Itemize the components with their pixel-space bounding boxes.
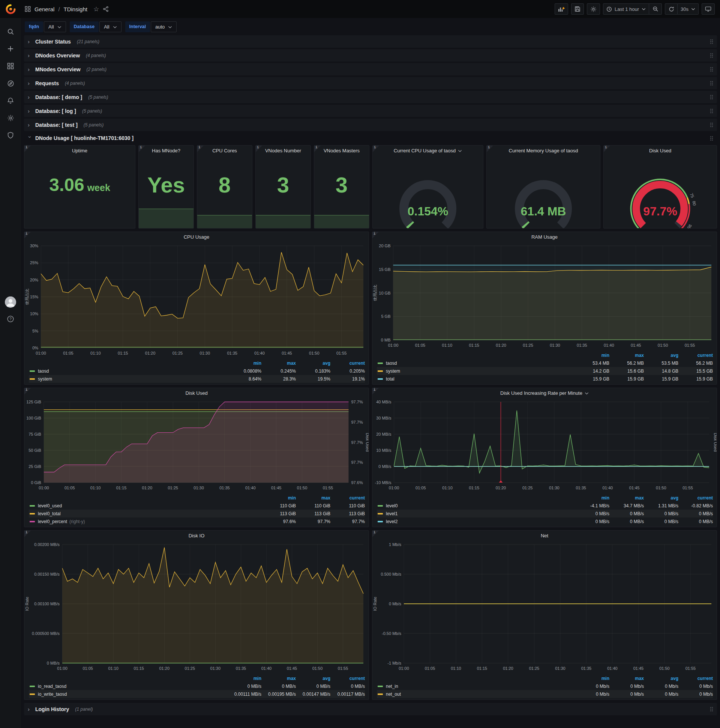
legend-column-current[interactable]: current	[678, 676, 713, 681]
cycle-view-button[interactable]	[702, 3, 715, 15]
chart-area[interactable]: 40 MB/s30 MB/s20 MB/s10 MB/s0 MB/s-10 MB…	[372, 398, 717, 494]
chart-area[interactable]: 0.00200 MB/s0.00150 MB/s0.00100 MB/s0.00…	[24, 541, 369, 674]
panel-info-icon[interactable]: i	[197, 145, 204, 152]
legend-column-max[interactable]: max	[261, 361, 296, 366]
chart-area[interactable]: 125 GiB100 GiB75 GiB50 GiB25 GiB0 GiB97.…	[24, 398, 369, 494]
panel-title[interactable]: CPU Usage	[24, 232, 369, 242]
legend-series-name[interactable]: net_out	[386, 691, 401, 697]
star-icon[interactable]: ☆	[93, 5, 99, 13]
panel-info-icon[interactable]: i	[487, 145, 493, 152]
legend-column-max[interactable]: max	[609, 676, 644, 681]
legend-column-max[interactable]: max	[609, 496, 644, 500]
panel-title[interactable]: Disk Used	[24, 388, 369, 398]
row-login-history[interactable]: › Login History (1 panel)	[24, 703, 717, 715]
legend-column-current[interactable]: current	[330, 361, 365, 366]
grafana-logo[interactable]	[0, 0, 21, 18]
panel-title[interactable]: Uptime	[24, 145, 135, 156]
row-drag-handle[interactable]	[710, 707, 713, 711]
legend-column-avg[interactable]: avg	[644, 676, 678, 681]
legend-series-name[interactable]: level0_total	[38, 511, 61, 516]
add-panel-button[interactable]	[555, 3, 568, 15]
panel-title[interactable]: Disk Used Increasing Rate per Minute	[372, 388, 717, 398]
legend-column-min[interactable]: min	[575, 676, 609, 681]
panel-title[interactable]: Current CPU Usage of taosd	[373, 145, 483, 156]
variable-label[interactable]: Interval	[125, 21, 150, 32]
variable-label[interactable]: Database	[70, 21, 99, 32]
share-icon[interactable]	[103, 6, 109, 12]
row-database-demo[interactable]: ›Database: [ demo ](5 panels)	[24, 91, 717, 103]
panel-info-icon[interactable]: i	[256, 145, 262, 152]
legend-column-max[interactable]: max	[261, 676, 296, 681]
panel-info-icon[interactable]: i	[139, 145, 145, 152]
row-requests[interactable]: ›Requests(4 panels)	[24, 77, 717, 89]
row-drag-handle[interactable]	[710, 81, 713, 86]
alerting-icon[interactable]	[0, 94, 21, 107]
panel-info-icon[interactable]: i	[373, 145, 379, 152]
user-avatar-icon[interactable]	[0, 297, 21, 308]
refresh-button[interactable]	[665, 3, 677, 15]
row-database-log[interactable]: ›Database: [ log ](5 panels)	[24, 105, 717, 117]
panel-info-icon[interactable]: i	[24, 145, 31, 152]
explore-icon[interactable]	[0, 76, 21, 90]
time-range-picker[interactable]: Last 1 hour	[603, 3, 649, 15]
refresh-interval-picker[interactable]: 30s	[677, 3, 699, 15]
row-drag-handle[interactable]	[710, 67, 713, 72]
breadcrumb-title[interactable]: TDinsight	[64, 6, 87, 12]
panel-info-icon[interactable]: i	[24, 388, 31, 395]
legend-series-name[interactable]: system	[38, 376, 52, 382]
panel-title[interactable]: Disk IO	[24, 531, 369, 541]
legend-column-avg[interactable]: avg	[644, 353, 678, 358]
panel-info-icon[interactable]: i	[372, 531, 379, 537]
row-drag-handle[interactable]	[710, 136, 713, 141]
row-dnode-usage[interactable]: › DNode Usage [ huolinhe-TM1701:6030 ]	[24, 133, 717, 144]
legend-column-avg[interactable]: avg	[296, 676, 330, 681]
panel-info-icon[interactable]: i	[24, 232, 31, 238]
panel-info-icon[interactable]: i	[24, 531, 31, 537]
variable-label[interactable]: fqdn	[25, 21, 43, 32]
legend-series-name[interactable]: level0_used	[38, 503, 62, 508]
panel-title[interactable]: RAM Usage	[372, 232, 717, 242]
row-mnodes-overview[interactable]: ›MNodes Overview(2 panels)	[24, 63, 717, 75]
panel-info-icon[interactable]: i	[372, 232, 379, 238]
panel-title[interactable]: VNodes Masters	[314, 145, 369, 156]
panel-info-icon[interactable]: i	[604, 145, 610, 152]
panel-title[interactable]: VNodes Number	[256, 145, 311, 156]
breadcrumb-section[interactable]: General	[35, 6, 54, 12]
row-cluster-status[interactable]: ›Cluster Status(21 panels)	[24, 35, 717, 47]
panel-info-icon[interactable]: i	[372, 388, 379, 395]
legend-column-min[interactable]: min	[575, 496, 609, 500]
help-icon[interactable]: ?	[0, 315, 21, 323]
legend-column-min[interactable]: min	[261, 496, 296, 500]
legend-column-current[interactable]: current	[330, 496, 365, 500]
variable-value-picker[interactable]: All	[99, 21, 121, 32]
panel-title[interactable]: CPU Cores	[197, 145, 252, 156]
row-drag-handle[interactable]	[710, 122, 713, 127]
chart-area[interactable]: 20 GB15 GB10 GB5 GB0 MB01:0001:0501:1001…	[372, 242, 717, 351]
legend-series-name[interactable]: level2	[386, 519, 398, 524]
legend-series-name[interactable]: taosd	[386, 361, 397, 366]
server-admin-icon[interactable]	[0, 128, 21, 142]
dashboard-settings-button[interactable]	[587, 3, 600, 15]
zoom-out-button[interactable]	[649, 3, 662, 15]
legend-series-name[interactable]: level0_percent	[38, 519, 67, 524]
panel-title[interactable]: Net	[372, 531, 717, 541]
chart-area[interactable]: 30%25%20%15%10%5%0%01:0001:0501:1001:150…	[24, 242, 369, 359]
panel-title[interactable]: Current Memory Usage of taosd	[487, 145, 600, 156]
legend-column-current[interactable]: current	[330, 676, 365, 681]
legend-series-name[interactable]: io_read_taosd	[38, 684, 66, 689]
create-icon[interactable]	[0, 42, 21, 55]
legend-series-name[interactable]: total	[386, 376, 395, 382]
panel-title[interactable]: Disk Used	[604, 145, 717, 156]
legend-series-name[interactable]: net_in	[386, 684, 398, 689]
row-dnodes-overview[interactable]: ›DNodes Overview(4 panels)	[24, 49, 717, 61]
panel-info-icon[interactable]: i	[314, 145, 320, 152]
row-drag-handle[interactable]	[710, 53, 713, 58]
dashboards-icon[interactable]	[0, 59, 21, 73]
search-icon[interactable]	[0, 25, 21, 38]
row-drag-handle[interactable]	[710, 95, 713, 99]
legend-series-name[interactable]: io_write_taosd	[38, 691, 67, 697]
configuration-icon[interactable]	[0, 111, 21, 125]
legend-column-avg[interactable]: avg	[644, 496, 678, 500]
legend-column-avg[interactable]: avg	[296, 361, 330, 366]
legend-series-name[interactable]: system	[386, 369, 400, 374]
